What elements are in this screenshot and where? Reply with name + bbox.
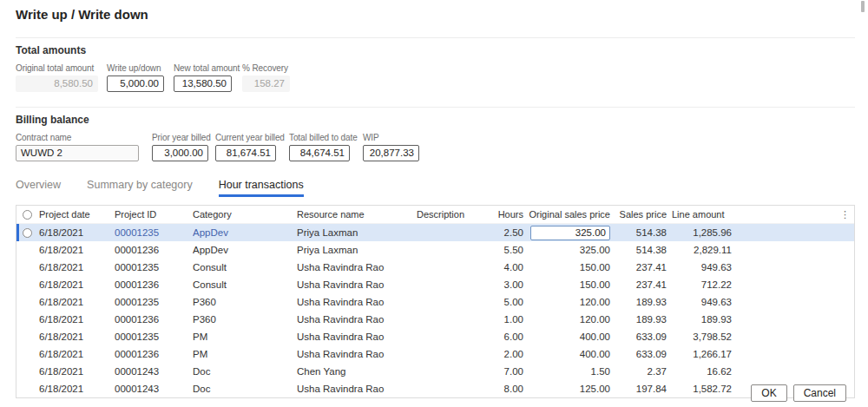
cell-original-sales-price: 150.00: [529, 262, 615, 272]
cell-line-amount: 712.22: [672, 279, 737, 290]
ok-button[interactable]: OK: [751, 384, 786, 402]
cell-line-amount: 2,829.11: [672, 245, 737, 255]
table-row[interactable]: 6/18/202100001235AppDevPriya Laxman2.503…: [16, 224, 854, 241]
total-billed-to-date-label: Total billed to date: [289, 133, 350, 142]
section-billing-balance: Billing balance Contract name WUWD 2 Pri…: [16, 107, 855, 168]
table-row[interactable]: 6/18/202100001235P360Usha Ravindra Rao5.…: [16, 293, 854, 311]
col-project-id[interactable]: Project ID: [115, 209, 193, 220]
col-category[interactable]: Category: [193, 209, 297, 220]
cell-original-sales-price: 120.00: [529, 314, 615, 325]
cell-project-id: 00001243: [115, 384, 193, 394]
cell-category: Consult: [193, 262, 297, 272]
cell-original-sales-price: 120.00: [529, 297, 615, 307]
original-total-amount-field: Original total amount 8,580.50: [16, 63, 98, 92]
wip-input[interactable]: 20,877.33: [363, 145, 419, 161]
section-total-amounts: Total amounts Original total amount 8,58…: [16, 37, 855, 99]
row-radio-cell: [16, 276, 39, 293]
col-hours[interactable]: Hours: [477, 209, 529, 220]
col-sales-price[interactable]: Sales price: [615, 209, 672, 220]
cell-resource-name: Usha Ravindra Rao: [297, 384, 417, 394]
tab-hour-transactions[interactable]: Hour transactions: [219, 179, 304, 197]
current-year-billed-field: Current year billed 81,674.51: [215, 133, 276, 161]
current-year-billed-input[interactable]: 81,674.51: [215, 145, 276, 161]
cell-original-sales-price: 325.00: [529, 245, 615, 255]
cell-original-sales-price: 1.50: [529, 366, 615, 377]
col-project-date[interactable]: Project date: [39, 209, 115, 220]
cell-hours: 7.00: [477, 366, 529, 377]
cell-resource-name: Usha Ravindra Rao: [297, 314, 417, 325]
table-row[interactable]: 6/18/202100001236P360Usha Ravindra Rao1.…: [16, 311, 854, 328]
cell-category: AppDev: [193, 245, 297, 255]
total-billed-to-date-input[interactable]: 84,674.51: [289, 145, 350, 161]
table-row[interactable]: 6/18/202100001236PMUsha Ravindra Rao2.00…: [16, 345, 854, 363]
prior-year-billed-input[interactable]: 3,000.00: [152, 145, 208, 161]
col-description[interactable]: Description: [417, 209, 477, 220]
cell-hours: 5.00: [477, 297, 529, 307]
cell-project-date: 6/18/2021: [39, 227, 115, 238]
cell-sales-price: 189.93: [615, 314, 672, 325]
cell-line-amount: 1,285.96: [672, 227, 737, 238]
col-resource-name[interactable]: Resource name: [297, 209, 417, 220]
percent-recovery-label: % Recovery: [242, 63, 290, 73]
grid-body: 6/18/202100001235AppDevPriya Laxman2.503…: [16, 224, 854, 397]
cancel-button[interactable]: Cancel: [793, 384, 846, 402]
cell-hours: 1.00: [477, 314, 529, 325]
contract-name-label: Contract name: [16, 133, 139, 142]
original-total-amount-value: 8,580.50: [16, 75, 98, 92]
row-radio-cell: [16, 241, 39, 259]
cell-project-date: 6/18/2021: [39, 349, 115, 359]
percent-recovery-value: 158.27: [242, 75, 290, 92]
cell-resource-name: Usha Ravindra Rao: [297, 332, 417, 342]
original-sales-price-input[interactable]: 325.00: [530, 226, 610, 240]
cell-original-sales-price: 125.00: [529, 384, 615, 394]
cell-sales-price: 514.38: [615, 227, 672, 238]
write-up-down-input[interactable]: 5,000.00: [107, 75, 164, 92]
tab-strip: Overview Summary by category Hour transa…: [16, 179, 868, 197]
dialog-footer: OK Cancel: [751, 384, 846, 402]
tab-overview[interactable]: Overview: [16, 179, 61, 197]
table-row[interactable]: 6/18/202100001236AppDevPriya Laxman5.503…: [16, 241, 854, 259]
cell-category[interactable]: AppDev: [193, 227, 297, 238]
table-row[interactable]: 6/18/202100001236ConsultUsha Ravindra Ra…: [16, 276, 854, 293]
row-radio-cell[interactable]: [16, 224, 39, 241]
tab-summary-by-category[interactable]: Summary by category: [87, 179, 193, 197]
write-up-write-down-dialog: Write up / Write down Total amounts Orig…: [0, 0, 868, 407]
cell-project-id: 00001235: [115, 332, 193, 342]
cell-category: Consult: [193, 279, 297, 290]
row-radio-cell: [16, 311, 39, 328]
cell-project-date: 6/18/2021: [39, 384, 115, 394]
table-row[interactable]: 6/18/202100001235PMUsha Ravindra Rao6.00…: [16, 328, 854, 345]
cell-hours: 2.00: [477, 349, 529, 359]
cell-project-date: 6/18/2021: [39, 366, 115, 377]
cell-project-id: 00001235: [115, 262, 193, 272]
table-row[interactable]: 6/18/202100001243DocUsha Ravindra Rao8.0…: [16, 380, 854, 397]
table-row[interactable]: 6/18/202100001235ConsultUsha Ravindra Ra…: [16, 259, 854, 276]
col-line-amount[interactable]: Line amount: [672, 209, 737, 220]
wip-field: WIP 20,877.33: [363, 133, 419, 161]
wip-label: WIP: [363, 133, 419, 142]
row-radio-cell: [16, 293, 39, 311]
cell-original-sales-price[interactable]: 325.00: [529, 226, 615, 240]
percent-recovery-field: % Recovery 158.27: [242, 63, 290, 92]
cell-hours: 8.00: [477, 384, 529, 394]
cell-project-id: 00001236: [115, 314, 193, 325]
radio-icon[interactable]: [23, 228, 32, 238]
cell-sales-price: 514.38: [615, 245, 672, 255]
cell-resource-name: Priya Laxman: [297, 227, 417, 238]
cell-hours: 4.00: [477, 262, 529, 272]
select-all-radio-cell[interactable]: [16, 206, 39, 223]
grid-more-options-icon[interactable]: ⋮: [737, 209, 854, 220]
cell-project-date: 6/18/2021: [39, 279, 115, 290]
cell-project-id[interactable]: 00001235: [115, 227, 193, 238]
radio-icon[interactable]: [23, 210, 32, 220]
cell-sales-price: 633.09: [615, 349, 672, 359]
row-radio-cell: [16, 259, 39, 276]
table-row[interactable]: 6/18/202100001243DocChen Yang7.001.502.3…: [16, 363, 854, 380]
row-radio-cell: [16, 345, 39, 363]
total-amounts-heading: Total amounts: [16, 44, 855, 56]
col-original-sales-price[interactable]: Original sales price: [529, 209, 615, 220]
cell-hours: 3.00: [477, 279, 529, 290]
new-total-amount-input[interactable]: 13,580.50: [174, 75, 232, 92]
billing-balance-heading: Billing balance: [16, 114, 855, 126]
contract-name-field: Contract name WUWD 2: [16, 133, 139, 161]
